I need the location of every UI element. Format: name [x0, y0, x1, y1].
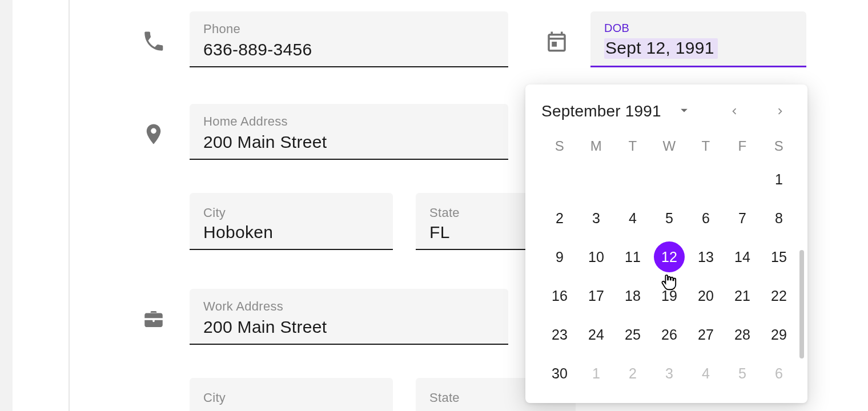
- calendar-day[interactable]: 28: [724, 321, 761, 348]
- calendar-day[interactable]: 5: [724, 360, 761, 387]
- home-address-field[interactable]: Home Address 200 Main Street: [190, 104, 508, 160]
- calendar-day[interactable]: 18: [614, 282, 651, 309]
- field-label: City: [203, 390, 379, 405]
- calendar-day[interactable]: 1: [761, 166, 797, 193]
- calendar-day[interactable]: 3: [578, 204, 614, 232]
- briefcase-icon: [142, 307, 166, 331]
- window-scrollbar-gutter: [0, 0, 13, 411]
- prev-month-button[interactable]: [723, 100, 746, 123]
- calendar-day[interactable]: 6: [688, 204, 724, 232]
- field-label: Phone: [203, 22, 495, 37]
- calendar-day[interactable]: 9: [541, 243, 578, 271]
- calendar-dow: S: [761, 138, 797, 154]
- field-value: Sept 12, 1991: [604, 38, 718, 59]
- location-pin-icon: [142, 122, 166, 146]
- calendar-day[interactable]: 26: [651, 321, 688, 348]
- field-label: Home Address: [203, 114, 495, 129]
- calendar-day[interactable]: 2: [614, 360, 651, 387]
- calendar-day[interactable]: 15: [761, 243, 797, 271]
- calendar-day[interactable]: 14: [724, 243, 761, 271]
- calendar-grid: SMTWTFS123456789101112131415161718192021…: [541, 138, 791, 387]
- calendar-month-year[interactable]: September 1991: [541, 102, 661, 120]
- calendar-day[interactable]: 12: [651, 243, 688, 271]
- calendar-day[interactable]: 5: [651, 204, 688, 232]
- calendar-day-empty: [541, 166, 578, 193]
- calendar-day[interactable]: 7: [724, 204, 761, 232]
- calendar-dow: S: [541, 138, 578, 154]
- calendar-day[interactable]: 30: [541, 360, 578, 387]
- calendar-dow: M: [578, 138, 614, 154]
- calendar-day[interactable]: 8: [761, 204, 797, 232]
- next-month-button[interactable]: [769, 100, 791, 123]
- calendar-day-empty: [651, 166, 688, 193]
- calendar-day[interactable]: 4: [688, 360, 724, 387]
- calendar-day[interactable]: 23: [541, 321, 578, 348]
- calendar-day[interactable]: 2: [541, 204, 578, 232]
- dob-field[interactable]: DOB Sept 12, 1991: [590, 11, 806, 67]
- work-address-field[interactable]: Work Address 200 Main Street: [190, 289, 508, 345]
- calendar-dow: W: [651, 138, 688, 154]
- calendar-day[interactable]: 17: [578, 282, 614, 309]
- calendar-day[interactable]: 24: [578, 321, 614, 348]
- calendar-day[interactable]: 1: [578, 360, 614, 387]
- calendar-day[interactable]: 22: [761, 282, 797, 309]
- calendar-day[interactable]: 20: [688, 282, 724, 309]
- field-label: DOB: [604, 22, 793, 35]
- field-value: Hoboken: [203, 223, 379, 242]
- calendar-dow: T: [688, 138, 724, 154]
- field-value: [203, 408, 379, 411]
- calendar-day[interactable]: 19: [651, 282, 688, 309]
- field-value: 200 Main Street: [203, 132, 495, 152]
- calendar-scrollbar-thumb[interactable]: [799, 250, 804, 358]
- calendar-dow: F: [724, 138, 761, 154]
- calendar-day[interactable]: 16: [541, 282, 578, 309]
- calendar-day-empty: [724, 166, 761, 193]
- calendar-day[interactable]: 29: [761, 321, 797, 348]
- calendar-day[interactable]: 11: [614, 243, 651, 271]
- chevron-down-icon[interactable]: [676, 102, 692, 120]
- calendar-day[interactable]: 25: [614, 321, 651, 348]
- calendar-day[interactable]: 21: [724, 282, 761, 309]
- calendar-dow: T: [614, 138, 651, 154]
- calendar-day[interactable]: 27: [688, 321, 724, 348]
- field-label: Work Address: [203, 299, 495, 314]
- phone-icon: [142, 30, 166, 54]
- calendar-day[interactable]: 13: [688, 243, 724, 271]
- field-label: City: [203, 206, 379, 220]
- contact-form: Phone 636-889-3456 DOB Sept 12, 1991 Hom…: [70, 0, 868, 411]
- field-value: 200 Main Street: [203, 317, 495, 337]
- field-value: [429, 408, 562, 411]
- calendar-day[interactable]: 4: [614, 204, 651, 232]
- field-value: 636-889-3456: [203, 40, 495, 59]
- date-picker-popover: September 1991 SMTWTFS123456789101112131…: [525, 84, 807, 403]
- calendar-day-empty: [614, 166, 651, 193]
- calendar-day[interactable]: 10: [578, 243, 614, 271]
- calendar-day-empty: [688, 166, 724, 193]
- phone-field[interactable]: Phone 636-889-3456: [190, 11, 508, 67]
- city-field[interactable]: City Hoboken: [190, 193, 393, 250]
- calendar-day[interactable]: 3: [651, 360, 688, 387]
- calendar-day[interactable]: 6: [761, 360, 797, 387]
- city-field-2[interactable]: City: [190, 378, 393, 411]
- calendar-day-empty: [578, 166, 614, 193]
- calendar-icon: [545, 30, 569, 54]
